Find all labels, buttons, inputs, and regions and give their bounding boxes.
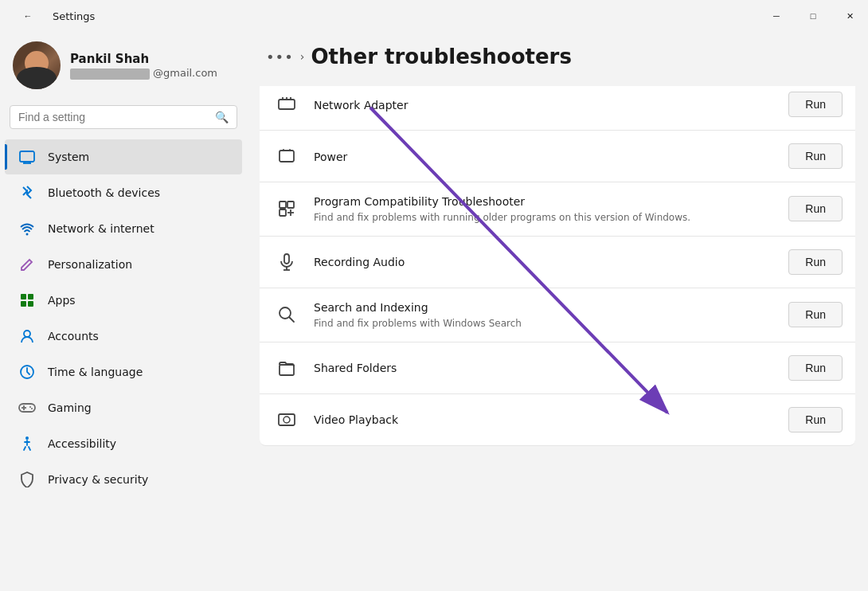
program-compat-desc: Find and fix problems with running older…: [314, 211, 788, 225]
titlebar-left: ← Settings: [10, 0, 95, 32]
content-header: ••• › Other troubleshooters: [247, 32, 868, 78]
video-playback-run-button[interactable]: Run: [788, 407, 843, 432]
recording-audio-icon: [272, 248, 301, 276]
svg-rect-26: [280, 209, 286, 216]
sidebar-item-time[interactable]: Time & language: [5, 354, 242, 389]
svg-point-15: [31, 408, 33, 409]
window-controls: ─ □ ✕: [758, 0, 868, 32]
troubleshooter-item-program-compat: Program Compatibility Troubleshooter Fin…: [260, 182, 855, 237]
sidebar-item-time-label: Time & language: [48, 366, 143, 378]
video-playback-info: Video Playback: [314, 412, 788, 427]
program-compat-name: Program Compatibility Troubleshooter: [314, 195, 525, 208]
gaming-icon: [18, 398, 37, 417]
user-email-suffix: @gmail.com: [153, 67, 217, 79]
maximize-icon: □: [811, 11, 816, 21]
sidebar-nav: System Bluetooth & devices: [0, 139, 247, 498]
search-icon: 🔍: [215, 111, 229, 123]
content-wrapper: ••• › Other troubleshooters: [247, 32, 868, 591]
sidebar-item-system[interactable]: System: [5, 139, 242, 174]
svg-rect-21: [280, 151, 294, 162]
program-compat-run-button[interactable]: Run: [788, 196, 843, 221]
search-indexing-desc: Find and fix problems with Windows Searc…: [314, 317, 788, 331]
sidebar-item-gaming-label: Gaming: [48, 401, 92, 414]
sidebar-item-network-label: Network & internet: [48, 222, 154, 235]
network-adapter-name: Network Adapter: [314, 99, 408, 112]
troubleshooter-item-network-adapter: Network Adapter Run: [260, 78, 855, 131]
search-indexing-icon: [272, 300, 301, 329]
sidebar-item-accounts-label: Accounts: [48, 330, 99, 342]
svg-point-14: [29, 406, 31, 408]
titlebar: ← Settings ─ □ ✕: [0, 0, 868, 32]
svg-rect-24: [280, 202, 286, 208]
accounts-icon: [18, 327, 37, 346]
minimize-button[interactable]: ─: [758, 0, 795, 32]
breadcrumb-arrow: ›: [300, 50, 305, 63]
power-run-button[interactable]: Run: [788, 143, 843, 169]
sidebar-item-accessibility-label: Accessibility: [48, 437, 116, 450]
svg-rect-0: [20, 151, 34, 162]
svg-rect-17: [279, 100, 295, 109]
sidebar-item-personalization-label: Personalization: [48, 258, 132, 271]
maximize-button[interactable]: □: [795, 0, 831, 32]
svg-rect-8: [28, 301, 33, 307]
network-adapter-icon: [272, 90, 301, 119]
personalization-icon: [18, 255, 37, 274]
user-name: Pankil Shah: [70, 52, 217, 66]
svg-rect-5: [21, 294, 26, 299]
back-button[interactable]: ←: [10, 0, 46, 32]
bluetooth-icon: [18, 183, 37, 202]
network-icon: [18, 219, 37, 238]
search-indexing-name: Search and Indexing: [314, 301, 428, 314]
avatar-image: [13, 41, 61, 89]
shared-folders-run-button[interactable]: Run: [788, 355, 843, 381]
accessibility-icon: [18, 434, 37, 453]
time-icon: [18, 362, 37, 382]
search-indexing-run-button[interactable]: Run: [788, 302, 843, 327]
power-icon: [272, 142, 301, 170]
back-icon: ←: [24, 11, 33, 21]
program-compat-icon: [272, 194, 301, 223]
search-container: 🔍: [0, 102, 247, 139]
sidebar-item-accessibility[interactable]: Accessibility: [5, 426, 242, 461]
svg-rect-6: [28, 294, 33, 299]
sidebar-item-bluetooth[interactable]: Bluetooth & devices: [5, 175, 242, 210]
shared-folders-name: Shared Folders: [314, 362, 397, 374]
svg-point-9: [24, 331, 30, 337]
user-info: Pankil Shah @gmail.com: [70, 52, 217, 80]
power-info: Power: [314, 149, 788, 164]
apps-icon: [18, 291, 37, 310]
svg-rect-34: [280, 365, 294, 375]
sidebar-item-privacy[interactable]: Privacy & security: [5, 462, 242, 497]
sidebar-item-gaming[interactable]: Gaming: [5, 390, 242, 425]
scroll-area: ••• › Other troubleshooters: [247, 32, 868, 591]
breadcrumb-dots[interactable]: •••: [266, 49, 294, 65]
svg-rect-29: [284, 254, 289, 264]
close-button[interactable]: ✕: [831, 0, 868, 32]
troubleshooter-item-video-playback: Video Playback Run: [260, 394, 855, 446]
sidebar: Pankil Shah @gmail.com 🔍: [0, 32, 247, 591]
search-input[interactable]: [18, 111, 209, 123]
minimize-icon: ─: [773, 11, 780, 21]
sidebar-item-network[interactable]: Network & internet: [5, 211, 242, 246]
sidebar-item-system-label: System: [48, 151, 89, 163]
recording-audio-run-button[interactable]: Run: [788, 249, 843, 275]
user-profile[interactable]: Pankil Shah @gmail.com: [0, 32, 247, 102]
sidebar-item-apps[interactable]: Apps: [5, 283, 242, 318]
shared-folders-info: Shared Folders: [314, 360, 788, 375]
avatar: [13, 41, 61, 89]
sidebar-item-personalization[interactable]: Personalization: [5, 247, 242, 282]
shared-folders-icon: [272, 354, 301, 382]
app-body: Pankil Shah @gmail.com 🔍: [0, 32, 868, 591]
search-box[interactable]: 🔍: [10, 105, 237, 129]
privacy-icon: [18, 470, 37, 489]
system-icon: [18, 147, 37, 166]
troubleshooter-item-power: Power Run: [260, 131, 855, 182]
network-adapter-run-button[interactable]: Run: [788, 92, 843, 117]
sidebar-item-bluetooth-label: Bluetooth & devices: [48, 186, 160, 199]
user-email-blur: [70, 68, 150, 80]
sidebar-item-privacy-label: Privacy & security: [48, 473, 148, 486]
app-title: Settings: [53, 10, 95, 22]
sidebar-item-accounts[interactable]: Accounts: [5, 319, 242, 354]
power-name: Power: [314, 151, 347, 163]
program-compat-info: Program Compatibility Troubleshooter Fin…: [314, 194, 788, 225]
